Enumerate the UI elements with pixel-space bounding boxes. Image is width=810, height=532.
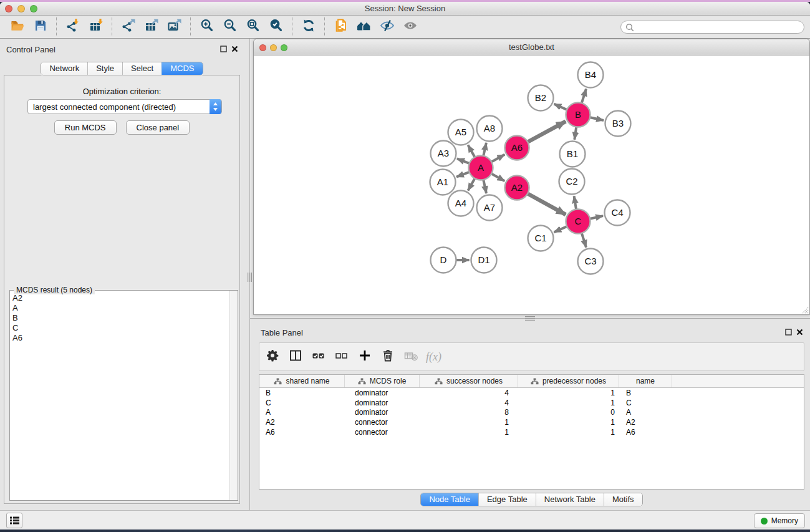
- table-row[interactable]: A6connector11A6: [259, 427, 804, 437]
- table-row[interactable]: Adominator80A: [259, 407, 804, 417]
- search-input[interactable]: [634, 22, 804, 32]
- gear-button[interactable]: [264, 347, 281, 366]
- desktop-wallpaper-bottom: [0, 530, 810, 532]
- mcds-result-item[interactable]: A6: [12, 333, 238, 343]
- mcds-result-item[interactable]: B: [12, 313, 238, 323]
- home-icon: [357, 18, 372, 36]
- select-all-button[interactable]: [310, 347, 327, 366]
- export-table-button[interactable]: [140, 17, 163, 37]
- task-history-button[interactable]: [6, 513, 22, 528]
- cell-name: C: [619, 399, 672, 407]
- search-box[interactable]: [620, 21, 804, 34]
- network-from-file-button[interactable]: [329, 17, 352, 37]
- cell-shared-name: A: [259, 408, 345, 417]
- graph-node-C3[interactable]: C3: [578, 249, 604, 274]
- vertical-split-grip[interactable]: [248, 273, 252, 282]
- import-table-button[interactable]: [84, 17, 107, 37]
- tab-network-table[interactable]: Network Table: [536, 493, 604, 506]
- tab-select[interactable]: Select: [122, 62, 162, 75]
- graph-node-D1[interactable]: D1: [471, 248, 497, 273]
- graph-node-A8[interactable]: A8: [477, 116, 503, 142]
- table-row[interactable]: A2connector11A2: [259, 417, 804, 427]
- float-panel-icon[interactable]: [220, 46, 227, 52]
- control-panel-tabs: NetworkStyleSelectMCDS: [0, 62, 244, 75]
- svg-text:B4: B4: [585, 69, 596, 80]
- graph-node-A4[interactable]: A4: [448, 191, 474, 216]
- open-session-button[interactable]: [6, 17, 29, 37]
- deselect-all-button[interactable]: [333, 347, 350, 366]
- cell-MCDS-role: dominator: [345, 408, 420, 417]
- graph-node-B3[interactable]: B3: [605, 111, 631, 137]
- table-row[interactable]: Cdominator41C: [259, 398, 804, 408]
- delete-column-button[interactable]: [379, 347, 396, 366]
- export-network-button[interactable]: [117, 17, 140, 37]
- tab-motifs[interactable]: Motifs: [604, 493, 642, 506]
- export-image-button[interactable]: [163, 17, 186, 37]
- resize-handle-icon[interactable]: [800, 306, 809, 314]
- hide-selected-button[interactable]: [375, 17, 398, 37]
- column-label: shared name: [286, 377, 329, 385]
- zoom-out-button[interactable]: [218, 17, 241, 37]
- graph-node-A[interactable]: A: [469, 156, 493, 180]
- graph-node-B1[interactable]: B1: [560, 142, 586, 167]
- graph-node-C[interactable]: C: [566, 210, 591, 234]
- cell-successor-nodes: 4: [420, 389, 518, 397]
- column-header-shared-name[interactable]: shared name: [259, 375, 345, 387]
- float-table-panel-icon[interactable]: [785, 329, 792, 336]
- svg-text:C1: C1: [534, 233, 546, 243]
- column-header-MCDS-role[interactable]: MCDS role: [345, 375, 420, 387]
- tab-node-table[interactable]: Node Table: [421, 493, 478, 506]
- graph-node-D[interactable]: D: [431, 248, 456, 273]
- graph-node-B[interactable]: B: [566, 103, 591, 127]
- horizontal-split-grip[interactable]: [525, 316, 535, 321]
- mcds-result-title: MCDS result (5 nodes): [14, 286, 95, 294]
- zoom-selected-button[interactable]: [264, 17, 287, 37]
- save-session-button[interactable]: [29, 17, 52, 37]
- table-toolbar: f(x): [259, 342, 804, 371]
- network-graph-canvas[interactable]: B4B2BB3A5A8A6B1A3AC2A1A2A4A7C4CC1C3DD1: [254, 56, 809, 314]
- graph-node-A1[interactable]: A1: [430, 170, 456, 195]
- graph-node-C2[interactable]: C2: [559, 169, 585, 195]
- window-title: Session: New Session: [0, 4, 810, 13]
- refresh-button[interactable]: [297, 17, 320, 37]
- table-row[interactable]: Bdominator41B: [259, 388, 804, 398]
- graph-node-A3[interactable]: A3: [431, 141, 456, 167]
- graph-node-A5[interactable]: A5: [448, 120, 474, 145]
- memory-button[interactable]: Memory: [754, 513, 805, 528]
- zoom-in-button[interactable]: [195, 17, 218, 37]
- graph-node-B4[interactable]: B4: [578, 62, 604, 88]
- column-header-successor-nodes[interactable]: successor nodes: [420, 375, 518, 387]
- graph-node-C4[interactable]: C4: [605, 200, 630, 226]
- graph-node-B2[interactable]: B2: [528, 85, 554, 111]
- import-network-button[interactable]: [61, 17, 84, 37]
- cell-successor-nodes: 4: [420, 399, 518, 407]
- home-button[interactable]: [352, 17, 375, 37]
- close-panel-icon[interactable]: [231, 46, 238, 52]
- application-window: Session: New Session Control Panel: [0, 2, 810, 530]
- mcds-result-item[interactable]: A2: [12, 293, 238, 303]
- tab-mcds[interactable]: MCDS: [162, 62, 202, 75]
- show-all-button[interactable]: [398, 17, 422, 37]
- tab-edge-table[interactable]: Edge Table: [478, 493, 536, 506]
- mcds-result-item[interactable]: C: [12, 323, 238, 333]
- close-panel-button[interactable]: Close panel: [126, 120, 190, 135]
- column-browser-button[interactable]: [287, 347, 304, 366]
- optimization-criterion-select[interactable]: largest connected component (directed): [27, 99, 222, 114]
- tab-network[interactable]: Network: [41, 62, 87, 75]
- column-header-predecessor-nodes[interactable]: predecessor nodes: [518, 375, 619, 387]
- svg-text:B2: B2: [535, 92, 546, 103]
- criterion-value: largest connected component (directed): [33, 102, 176, 112]
- graph-node-A2[interactable]: A2: [505, 176, 529, 200]
- graph-node-A7[interactable]: A7: [477, 195, 503, 221]
- mcds-result-scrollbar[interactable]: [229, 291, 238, 500]
- mcds-result-item[interactable]: A: [12, 303, 238, 313]
- close-table-panel-icon[interactable]: [796, 329, 803, 336]
- tab-style[interactable]: Style: [87, 62, 122, 75]
- zoom-fit-icon: [246, 18, 261, 36]
- graph-node-A6[interactable]: A6: [505, 136, 529, 160]
- column-header-name[interactable]: name: [619, 375, 672, 387]
- run-mcds-button[interactable]: Run MCDS: [54, 120, 117, 135]
- graph-node-C1[interactable]: C1: [528, 226, 554, 251]
- add-column-button[interactable]: [356, 347, 373, 366]
- zoom-fit-button[interactable]: [241, 17, 264, 37]
